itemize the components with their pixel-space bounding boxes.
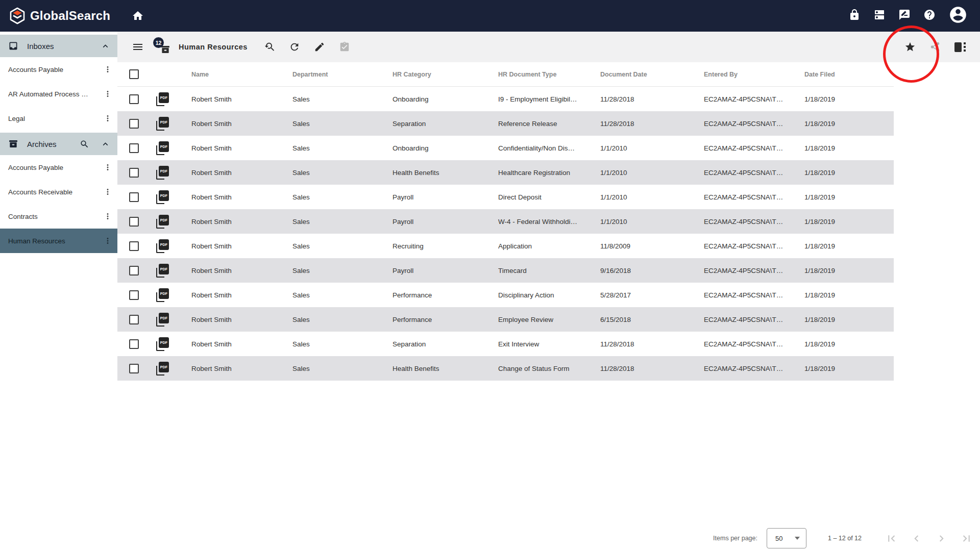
pdf-icon[interactable]: PDF — [156, 288, 169, 302]
kebab-menu-icon[interactable] — [103, 236, 112, 245]
cell-date_filed: 1/18/2019 — [804, 95, 894, 103]
search-again-icon[interactable] — [264, 41, 275, 53]
kebab-menu-icon[interactable] — [103, 89, 112, 98]
sidebar-item[interactable]: Accounts Receivable — [0, 180, 117, 204]
table-row[interactable]: PDF Robert SmithSalesPayrollW-4 - Federa… — [117, 209, 894, 234]
pdf-icon[interactable]: PDF — [156, 337, 169, 351]
cell-entered_by: EC2AMAZ-4P5CSNA\T… — [704, 365, 804, 372]
cell-department: Sales — [292, 95, 393, 103]
globalsearch-logo-icon — [8, 7, 27, 25]
cell-name: Robert Smith — [191, 120, 292, 128]
table-row[interactable]: PDF Robert SmithSalesSeparationReference… — [117, 111, 894, 136]
cell-date_filed: 1/18/2019 — [804, 144, 894, 152]
column-header[interactable]: Department — [292, 71, 393, 78]
cell-department: Sales — [292, 218, 393, 226]
result-count-badge[interactable]: 12 — [155, 39, 170, 55]
kebab-menu-icon[interactable] — [103, 114, 112, 123]
row-checkbox[interactable] — [129, 266, 139, 276]
kebab-menu-icon[interactable] — [103, 187, 112, 196]
cell-name: Robert Smith — [191, 193, 292, 201]
row-checkbox[interactable] — [129, 339, 139, 349]
sidebar-section-inboxes[interactable]: Inboxes — [0, 35, 117, 57]
lock-icon[interactable] — [848, 9, 861, 23]
preview-pane-icon[interactable] — [954, 42, 966, 52]
cell-doc_type: Exit Interview — [498, 340, 600, 348]
column-header[interactable]: Document Date — [600, 71, 704, 78]
kebab-menu-icon[interactable] — [103, 212, 112, 221]
pdf-icon[interactable]: PDF — [156, 215, 169, 229]
row-checkbox[interactable] — [129, 241, 139, 251]
cell-doc_date: 11/28/2018 — [600, 340, 704, 348]
pdf-icon[interactable]: PDF — [156, 239, 169, 253]
table-row[interactable]: PDF Robert SmithSalesPerformanceEmployee… — [117, 307, 894, 332]
menu-icon[interactable] — [132, 41, 144, 53]
table-row[interactable]: PDF Robert SmithSalesOnboardingI9 - Empl… — [117, 87, 894, 111]
page-range-label: 1 – 12 of 12 — [828, 535, 862, 542]
search-icon[interactable] — [80, 139, 89, 149]
table-row[interactable]: PDF Robert SmithSalesPayrollTimecard9/16… — [117, 258, 894, 283]
feedback-icon[interactable] — [898, 9, 911, 23]
home-icon[interactable] — [132, 10, 144, 22]
pdf-icon[interactable]: PDF — [156, 264, 169, 278]
cell-doc_date: 11/28/2018 — [600, 365, 704, 372]
sidebar-section-archives[interactable]: Archives — [0, 133, 117, 155]
sidebar-item[interactable]: Accounts Payable — [0, 57, 117, 82]
table-row[interactable]: PDF Robert SmithSalesOnboardingConfident… — [117, 136, 894, 160]
row-checkbox[interactable] — [129, 217, 139, 227]
pdf-icon[interactable]: PDF — [156, 190, 169, 204]
pdf-icon[interactable]: PDF — [156, 117, 169, 131]
chevron-up-icon[interactable] — [101, 41, 110, 51]
pdf-icon[interactable]: PDF — [156, 92, 169, 106]
table-row[interactable]: PDF Robert SmithSalesRecruitingApplicati… — [117, 234, 894, 258]
select-all-checkbox[interactable] — [129, 69, 139, 79]
refresh-icon[interactable] — [289, 41, 300, 53]
table-row[interactable]: PDF Robert SmithSalesSeparationExit Inte… — [117, 332, 894, 356]
column-header[interactable]: HR Document Type — [498, 71, 600, 78]
pdf-icon[interactable]: PDF — [156, 141, 169, 155]
pdf-icon[interactable]: PDF — [156, 362, 169, 375]
kebab-menu-icon[interactable] — [103, 163, 112, 172]
row-checkbox[interactable] — [129, 94, 139, 104]
cell-category: Payroll — [393, 218, 498, 226]
table-row[interactable]: PDF Robert SmithSalesPerformanceDiscipli… — [117, 283, 894, 307]
sidebar-item[interactable]: Legal — [0, 106, 117, 131]
edit-icon[interactable] — [314, 41, 325, 53]
queues-icon[interactable] — [873, 9, 886, 23]
sidebar-item[interactable]: Accounts Payable — [0, 155, 117, 180]
pdf-icon[interactable]: PDF — [156, 166, 169, 180]
column-header[interactable]: Name — [191, 71, 292, 78]
chevron-up-icon[interactable] — [101, 139, 110, 149]
sidebar-item[interactable]: Contracts — [0, 204, 117, 229]
help-icon[interactable] — [923, 9, 936, 23]
table-row[interactable]: PDF Robert SmithSalesHealth BenefitsChan… — [117, 356, 894, 381]
column-header[interactable]: Entered By — [704, 71, 804, 78]
column-header[interactable]: Date Filed — [804, 71, 894, 78]
cell-date_filed: 1/18/2019 — [804, 218, 894, 226]
row-checkbox[interactable] — [129, 315, 139, 324]
cell-category: Payroll — [393, 193, 498, 201]
sidebar-item[interactable]: AR Automated Process … — [0, 82, 117, 106]
cell-department: Sales — [292, 120, 393, 128]
row-checkbox[interactable] — [129, 143, 139, 153]
table-row[interactable]: PDF Robert SmithSalesHealth BenefitsHeal… — [117, 160, 894, 185]
sidebar-item[interactable]: Human Resources — [0, 229, 117, 253]
row-checkbox[interactable] — [129, 119, 139, 129]
cell-department: Sales — [292, 144, 393, 152]
kebab-menu-icon[interactable] — [103, 65, 112, 74]
archive-icon — [8, 139, 18, 149]
column-header[interactable]: HR Category — [393, 71, 498, 78]
favorite-star-icon[interactable] — [904, 41, 916, 53]
sidebar-item-label: Accounts Payable — [8, 164, 103, 171]
results-table: NameDepartmentHR CategoryHR Document Typ… — [117, 62, 894, 381]
row-checkbox[interactable] — [129, 192, 139, 202]
row-checkbox[interactable] — [129, 168, 139, 178]
page-size-select[interactable]: 50 — [767, 528, 806, 548]
cell-doc_type: Confidentiality/Non Dis… — [498, 144, 600, 152]
table-row[interactable]: PDF Robert SmithSalesPayrollDirect Depos… — [117, 185, 894, 209]
account-avatar-icon[interactable] — [948, 5, 968, 27]
row-checkbox[interactable] — [129, 364, 139, 373]
cell-name: Robert Smith — [191, 144, 292, 152]
row-checkbox[interactable] — [129, 290, 139, 300]
archives-list: Accounts Payable Accounts Receivable Con… — [0, 155, 117, 253]
pdf-icon[interactable]: PDF — [156, 313, 169, 327]
